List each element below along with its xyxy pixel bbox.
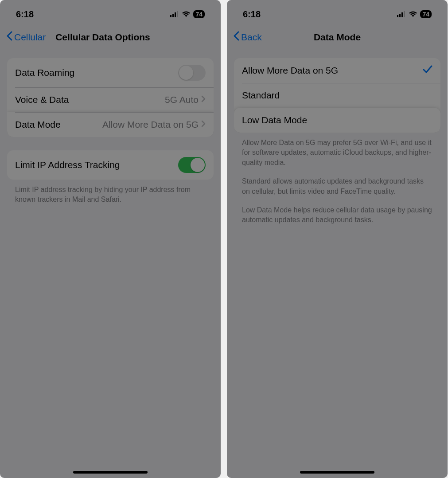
settings-group-data-mode-options: Allow More Data on 5G Standard Low Data … [234,58,440,133]
toggle-limit-ip[interactable] [178,157,206,173]
nav-bar: Cellular Cellular Data Options [0,23,221,49]
settings-group-privacy: Limit IP Address Tracking [7,150,214,180]
row-label: Limit IP Address Tracking [15,160,178,170]
row-voice-and-data[interactable]: Voice & Data 5G Auto [7,87,214,112]
checkmark-icon [423,65,432,76]
settings-content: Data Roaming Voice & Data 5G Auto Data M… [0,49,221,214]
option-allow-more-5g[interactable]: Allow More Data on 5G [234,58,440,83]
phone-screenshot-data-mode: 6:18 74 Back Data Mode Allow More Data o… [227,0,448,478]
toggle-knob [179,66,193,80]
footer-text-standard: Standard allows automatic updates and ba… [234,176,440,205]
row-label: Allow More Data on 5G [242,65,423,76]
footer-text-ip: Limit IP address tracking by hiding your… [7,185,214,214]
wifi-icon [409,9,417,20]
svg-rect-4 [397,15,398,17]
cellular-signal-icon [397,9,406,20]
svg-rect-7 [404,11,405,17]
home-indicator[interactable] [300,471,374,474]
row-label: Data Roaming [15,67,178,78]
back-label: Back [241,32,262,43]
row-detail: 5G Auto [165,94,199,105]
status-time: 6:18 [243,9,261,20]
row-limit-ip-tracking[interactable]: Limit IP Address Tracking [7,150,214,180]
svg-rect-1 [172,14,174,17]
svg-rect-3 [177,11,178,17]
back-button[interactable]: Back [233,31,262,43]
option-low-data-mode[interactable]: Low Data Mode [234,108,440,133]
status-indicators: 74 [170,9,205,20]
cellular-signal-icon [170,9,179,20]
battery-level-icon: 74 [193,10,205,18]
row-label: Voice & Data [15,94,165,105]
wifi-icon [182,9,191,20]
battery-level-icon: 74 [420,10,432,18]
svg-rect-2 [175,12,176,17]
page-title: Data Mode [314,32,361,43]
footer-text-low-data: Low Data Mode helps reduce cellular data… [234,205,440,234]
chevron-left-icon [233,31,239,43]
row-label: Data Mode [15,119,102,130]
settings-content: Allow More Data on 5G Standard Low Data … [227,49,448,234]
chevron-right-icon [201,95,206,105]
option-standard[interactable]: Standard [234,83,440,108]
chevron-left-icon [6,31,12,43]
footer-text-allow-more: Allow More Data on 5G may prefer 5G over… [234,138,440,176]
status-bar: 6:18 74 [0,0,221,23]
row-label: Standard [242,90,432,101]
toggle-data-roaming[interactable] [178,65,206,81]
row-label: Low Data Mode [242,115,432,125]
row-data-roaming[interactable]: Data Roaming [7,58,214,87]
phone-screenshot-cellular-data-options: 6:18 74 Cellular Cellular Data Options D… [0,0,221,478]
back-label: Cellular [14,32,46,43]
status-bar: 6:18 74 [227,0,448,23]
status-time: 6:18 [16,9,34,20]
status-indicators: 74 [397,9,432,20]
svg-rect-6 [401,12,403,17]
row-detail: Allow More Data on 5G [102,119,199,130]
svg-rect-0 [170,15,171,17]
home-indicator[interactable] [73,471,148,474]
toggle-knob [191,158,205,172]
settings-group-cellular: Data Roaming Voice & Data 5G Auto Data M… [7,58,214,137]
page-title: Cellular Data Options [55,32,150,43]
chevron-right-icon [201,120,206,129]
svg-rect-5 [399,14,401,17]
row-data-mode[interactable]: Data Mode Allow More Data on 5G [7,112,214,137]
back-button[interactable]: Cellular [6,31,46,43]
nav-bar: Back Data Mode [227,23,448,49]
